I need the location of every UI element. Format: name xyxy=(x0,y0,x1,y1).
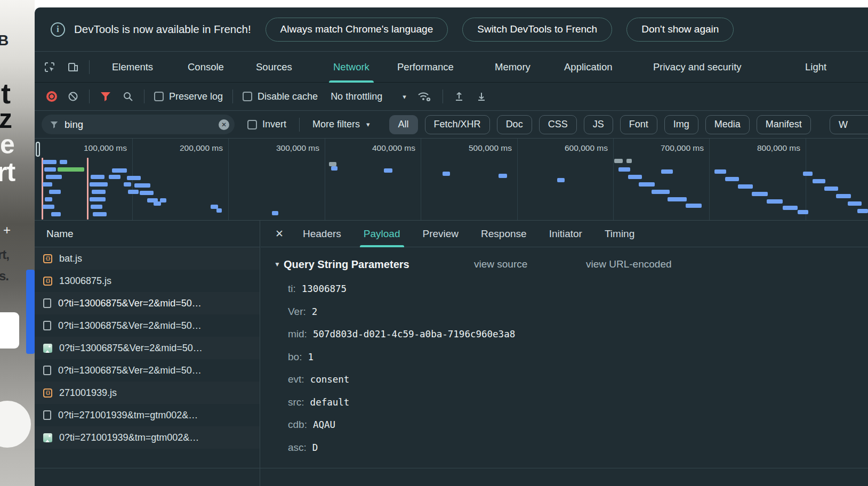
details-tab-headers[interactable]: Headers xyxy=(292,221,352,247)
tab-console[interactable]: Console xyxy=(175,52,237,83)
document-file-icon xyxy=(43,366,51,375)
tab-sources[interactable]: Sources xyxy=(243,52,305,83)
inspect-element-icon[interactable] xyxy=(41,59,58,75)
throttling-value: No throttling xyxy=(331,91,382,102)
param-key: asc: xyxy=(288,442,307,453)
device-toolbar-icon[interactable] xyxy=(65,59,82,75)
script-file-icon xyxy=(43,277,52,286)
image-file-icon xyxy=(43,344,52,353)
section-title[interactable]: Query String Parameters xyxy=(284,258,409,271)
filter-icon[interactable] xyxy=(99,90,112,103)
page-edge-white-card xyxy=(0,312,19,349)
details-tab-response[interactable]: Response xyxy=(470,221,538,247)
tab-privacy-and-security[interactable]: Privacy and security xyxy=(640,52,754,83)
dont-show-again-button[interactable]: Don't show again xyxy=(626,18,734,42)
param-value: consent xyxy=(310,374,350,385)
request-row[interactable]: 0?ti=13006875&Ver=2&mid=50… xyxy=(35,359,260,382)
invert-checkbox[interactable] xyxy=(247,120,257,129)
search-icon[interactable] xyxy=(122,90,134,103)
request-row[interactable]: 0?ti=13006875&Ver=2&mid=50… xyxy=(35,314,260,337)
export-har-icon[interactable] xyxy=(475,90,488,103)
details-tab-timing[interactable]: Timing xyxy=(593,221,646,247)
page-edge-white-circle xyxy=(0,401,31,448)
request-row[interactable]: bat.js xyxy=(35,247,260,270)
request-row[interactable]: 271001939.js xyxy=(35,382,260,404)
view-url-encoded-link[interactable]: view URL-encoded xyxy=(586,258,672,270)
chip-media[interactable]: Media xyxy=(705,115,750,134)
param-value: D xyxy=(312,442,318,453)
details-tab-initiator[interactable]: Initiator xyxy=(538,221,593,247)
query-params-list: ti: 13006875 Ver: 2 mid: 507d803d-d021-4… xyxy=(261,278,868,459)
disable-cache-checkbox[interactable] xyxy=(243,92,252,101)
request-row[interactable]: 0?ti=271001939&tm=gtm002&… xyxy=(35,404,260,426)
tab-memory[interactable]: Memory xyxy=(482,52,543,83)
request-name: 271001939.js xyxy=(59,387,117,399)
filter-input[interactable]: bing ✕ xyxy=(42,115,235,134)
chip-font[interactable]: Font xyxy=(620,115,657,134)
network-overview[interactable]: 100,000 ms 200,000 ms 300,000 ms 400,000… xyxy=(35,139,868,221)
request-list-panel: Name bat.js 13006875.js 0?ti=13006875&Ve… xyxy=(35,221,260,486)
toolbar-divider xyxy=(443,90,443,103)
info-icon: i xyxy=(51,22,65,37)
tab-application[interactable]: Application xyxy=(551,52,625,83)
preserve-log-checkbox-group[interactable]: Preserve log xyxy=(154,91,223,102)
param-value: default xyxy=(310,397,350,408)
query-param-row: bo: 1 xyxy=(261,346,868,369)
page-text-fragment: s. xyxy=(0,270,9,282)
param-key: mid: xyxy=(288,328,307,340)
devtools-panel: i DevTools is now available in French! A… xyxy=(35,7,868,486)
chip-doc[interactable]: Doc xyxy=(497,115,532,134)
details-tab-preview[interactable]: Preview xyxy=(412,221,470,247)
tab-lighthouse[interactable]: Light xyxy=(792,52,839,83)
request-name: 0?ti=271001939&tm=gtm002&… xyxy=(59,432,199,443)
name-column-header[interactable]: Name xyxy=(35,221,260,247)
param-key: ti: xyxy=(288,283,296,295)
throttling-dropdown[interactable]: No throttling ▾ xyxy=(331,91,406,102)
import-har-icon[interactable] xyxy=(453,90,465,103)
main-tabbar: Elements Console Sources Network Perform… xyxy=(35,52,868,83)
always-match-language-button[interactable]: Always match Chrome's language xyxy=(266,18,448,42)
notification-message: DevTools is now available in French! xyxy=(74,23,251,36)
page-text-fragment: B xyxy=(0,33,8,48)
clear-filter-icon[interactable]: ✕ xyxy=(219,119,229,130)
record-network-log-button[interactable] xyxy=(46,91,57,102)
details-tabbar: ✕ Headers Payload Preview Response Initi… xyxy=(261,221,868,247)
request-row[interactable]: 13006875.js xyxy=(35,270,260,292)
request-row[interactable]: 0?ti=271001939&tm=gtm002&… xyxy=(35,426,260,449)
disable-cache-label: Disable cache xyxy=(258,91,318,102)
network-filter-bar: bing ✕ Invert More filters ▾ All Fetch/X… xyxy=(35,111,868,139)
request-row-selected[interactable]: 0?ti=13006875&Ver=2&mid=50… xyxy=(35,292,260,314)
chip-js[interactable]: JS xyxy=(584,115,613,134)
request-name: 0?ti=13006875&Ver=2&mid=50… xyxy=(59,343,203,354)
chip-manifest[interactable]: Manifest xyxy=(757,115,811,134)
filter-input-funnel-icon xyxy=(50,121,58,128)
chip-css[interactable]: CSS xyxy=(539,115,577,134)
tab-network[interactable]: Network xyxy=(320,52,382,83)
param-value: 1 xyxy=(308,352,314,362)
tab-elements[interactable]: Elements xyxy=(99,52,166,83)
page-text-fragment: rt xyxy=(0,159,15,185)
network-toolbar: Preserve log Disable cache No throttling… xyxy=(35,83,868,111)
disable-cache-checkbox-group[interactable]: Disable cache xyxy=(243,91,318,102)
chip-fetch-xhr[interactable]: Fetch/XHR xyxy=(425,115,490,134)
details-tab-payload[interactable]: Payload xyxy=(352,221,412,247)
param-key: Ver: xyxy=(288,306,306,318)
toolbar-divider xyxy=(144,90,144,103)
invert-checkbox-group[interactable]: Invert xyxy=(247,119,286,130)
more-filters-dropdown[interactable]: More filters ▾ xyxy=(312,119,370,130)
chip-ws[interactable]: W xyxy=(830,115,868,134)
network-conditions-icon[interactable] xyxy=(416,90,433,103)
toolbar-divider xyxy=(299,118,300,132)
toolbar-divider xyxy=(232,90,233,103)
close-details-icon[interactable]: ✕ xyxy=(267,221,292,247)
request-row[interactable]: 0?ti=13006875&Ver=2&mid=50… xyxy=(35,337,260,359)
param-key: bo: xyxy=(288,351,302,363)
chip-all[interactable]: All xyxy=(389,115,418,134)
chip-img[interactable]: Img xyxy=(664,115,698,134)
tab-performance[interactable]: Performance xyxy=(384,52,467,83)
preserve-log-checkbox[interactable] xyxy=(154,92,164,101)
view-source-link[interactable]: view source xyxy=(474,258,527,270)
switch-devtools-french-button[interactable]: Switch DevTools to French xyxy=(462,18,612,42)
clear-network-log-icon[interactable] xyxy=(67,90,79,103)
section-expand-icon[interactable]: ▼ xyxy=(274,261,280,268)
